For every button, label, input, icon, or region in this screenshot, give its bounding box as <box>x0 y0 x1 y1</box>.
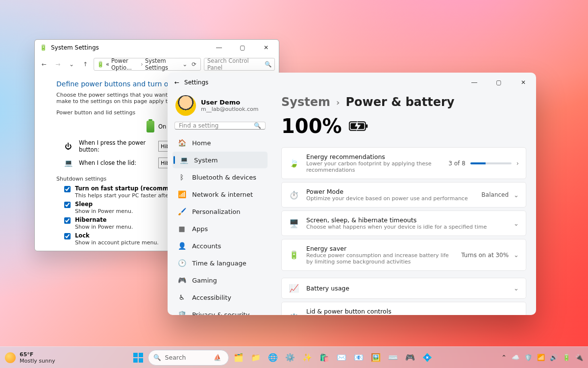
card-desc: Choose what happens when your device is … <box>306 224 507 230</box>
gauge-icon: ⏱️ <box>289 190 299 200</box>
weather-temp: 65°F <box>20 351 55 358</box>
volume-icon[interactable]: 🔊 <box>550 354 558 361</box>
refresh-button[interactable]: ⟳ <box>191 61 197 68</box>
system-tray[interactable]: ⌃ ☁️ 🛡️ 📶 🔊 🔋 🔌 <box>501 354 583 361</box>
settings-icon[interactable]: ⚙️ <box>283 350 297 365</box>
maximize-button[interactable]: ▢ <box>489 76 509 89</box>
address-dropdown-icon[interactable]: ⌄ <box>181 59 189 70</box>
sidebar-item-bluetooth-devices[interactable]: ᛒBluetooth & devices <box>172 169 268 185</box>
sidebar-item-label: Accessibility <box>192 294 231 301</box>
card-title: Energy saver <box>306 245 454 252</box>
card-title: Power Mode <box>306 188 475 195</box>
sidebar-item-accessibility[interactable]: ♿Accessibility <box>172 289 268 306</box>
card-title: Lid & power button controls <box>306 308 507 315</box>
battery-tray-icon[interactable]: 🔋 <box>563 354 570 361</box>
store-icon[interactable]: 🛍️ <box>317 350 332 365</box>
copilot-icon[interactable]: ✨ <box>300 350 315 365</box>
leaf-icon: 🍃 <box>289 158 299 168</box>
address-crumb-2[interactable]: System Settings <box>145 57 177 71</box>
minimize-button[interactable]: ― <box>465 76 484 89</box>
bluetooth-devices-icon: ᛒ <box>177 173 186 182</box>
taskbar-search-placeholder: Search <box>165 354 186 361</box>
chevron-icon: ⌄ <box>514 285 519 292</box>
maximize-button[interactable]: ▢ <box>233 41 252 54</box>
row-icon: 💻 <box>62 157 74 169</box>
nav-up-button[interactable]: ↑ <box>80 59 91 70</box>
settings-card-lid-power-button-controls[interactable]: ⚙️Lid & power button controlsChoose what… <box>281 302 526 315</box>
check-desc: Show in account picture menu. <box>75 239 159 246</box>
checkbox[interactable] <box>64 233 71 239</box>
nav-history-button[interactable]: ⌄ <box>66 59 77 70</box>
app-icon[interactable]: 💠 <box>420 350 435 365</box>
xbox-icon[interactable]: 🎮 <box>403 350 417 365</box>
cp-search-input[interactable]: Search Control Panel 🔍 <box>204 58 275 71</box>
svg-rect-6 <box>139 358 143 363</box>
personalization-icon: 🖌️ <box>177 207 186 216</box>
sidebar-item-network-internet[interactable]: 📶Network & internet <box>172 186 268 203</box>
close-button[interactable]: ✕ <box>514 76 533 89</box>
weather-cond: Mostly sunny <box>20 358 55 364</box>
settings-card-battery-usage[interactable]: 📈Battery usage⌄ <box>281 278 526 299</box>
defender-icon[interactable]: 🛡️ <box>524 354 532 361</box>
start-button[interactable] <box>131 350 146 365</box>
chevron-icon: ⌄ <box>514 220 519 227</box>
mail-icon[interactable]: ✉️ <box>334 350 349 365</box>
terminal-icon[interactable]: ⌨️ <box>386 350 400 365</box>
nav-forward-button[interactable]: → <box>52 59 63 70</box>
sidebar-item-label: Home <box>192 139 211 147</box>
wifi-icon[interactable]: 📶 <box>537 354 545 361</box>
onedrive-icon[interactable]: ☁️ <box>512 354 519 361</box>
chevron-icon: ⌄ <box>514 191 519 199</box>
address-bar[interactable]: 🔋 « Power Optio... › System Settings ⌄ ⟳ <box>94 58 201 71</box>
checkbox[interactable] <box>64 186 71 192</box>
saver-icon: 🔋 <box>289 250 299 260</box>
photos-icon[interactable]: 🖼️ <box>368 350 383 365</box>
checkbox[interactable] <box>64 217 71 224</box>
close-button[interactable]: ✕ <box>256 41 276 54</box>
home-icon: 🏠 <box>177 138 186 147</box>
cp-toolbar: ← → ⌄ ↑ 🔋 « Power Optio... › System Sett… <box>35 55 279 73</box>
cp-titlebar[interactable]: 🔋 System Settings ― ▢ ✕ <box>35 40 279 55</box>
sidebar-item-privacy-security[interactable]: 🛡️Privacy & security <box>172 306 268 315</box>
nav-back-button[interactable]: ← <box>39 59 49 70</box>
sidebar-item-accounts[interactable]: 👤Accounts <box>172 237 268 254</box>
explorer-icon[interactable]: 📁 <box>248 350 263 365</box>
edge-icon[interactable]: 🌐 <box>266 350 280 365</box>
sidebar-item-label: Time & language <box>192 260 246 267</box>
sidebar-item-label: Gaming <box>192 277 217 284</box>
taskbar-center: 🔍 Search ⛵ 🗂️ 📁 🌐 ⚙️ ✨ 🛍️ ✉️ 📧 🖼️ ⌨️ 🎮 💠 <box>131 350 435 366</box>
breadcrumb-sep-icon: › <box>141 61 143 68</box>
settings-card-power-mode[interactable]: ⏱️Power ModeOptimize your device based o… <box>281 182 526 208</box>
power-tray-icon[interactable]: 🔌 <box>575 354 583 361</box>
breadcrumb-root[interactable]: System <box>281 95 330 109</box>
settings-titlebar[interactable]: ← Settings ― ▢ ✕ <box>168 73 536 92</box>
settings-search-input[interactable]: Find a setting 🔍 <box>174 122 266 130</box>
task-view-button[interactable]: 🗂️ <box>231 350 246 365</box>
chevron-icon: ⌄ <box>514 314 519 315</box>
sidebar-item-home[interactable]: 🏠Home <box>172 134 268 151</box>
settings-back-button[interactable]: ← <box>174 79 179 86</box>
card-trail-text: 3 of 8 <box>448 160 465 167</box>
weather-icon <box>5 352 16 363</box>
search-icon: 🔍 <box>265 61 271 68</box>
settings-card-screen-sleep-hibernate-timeouts[interactable]: 🖥️Screen, sleep, & hibernate timeoutsCho… <box>281 210 526 236</box>
minimize-button[interactable]: ― <box>209 41 229 54</box>
sidebar-item-time-language[interactable]: 🕑Time & language <box>172 255 268 271</box>
svg-rect-5 <box>133 358 138 363</box>
tray-chevron-icon[interactable]: ⌃ <box>501 354 507 361</box>
system-icon: 💻 <box>179 156 188 164</box>
profile-block[interactable]: User Demo m__lab@outlook.com <box>172 92 268 122</box>
outlook-icon[interactable]: 📧 <box>351 350 366 365</box>
taskbar-search[interactable]: 🔍 Search ⛵ <box>148 350 229 366</box>
sidebar-item-apps[interactable]: ▦Apps <box>172 220 268 237</box>
time-language-icon: 🕑 <box>177 259 186 267</box>
sidebar-item-gaming[interactable]: 🎮Gaming <box>172 272 268 289</box>
weather-widget[interactable]: 65°F Mostly sunny <box>5 351 64 364</box>
cp-app-icon: 🔋 <box>40 44 47 51</box>
sidebar-item-personalization[interactable]: 🖌️Personalization <box>172 203 268 220</box>
checkbox[interactable] <box>64 202 71 208</box>
sidebar-item-system[interactable]: 💻System <box>172 152 268 168</box>
settings-card-energy-recommendations[interactable]: 🍃Energy recommendationsLower your carbon… <box>281 147 526 179</box>
settings-card-energy-saver[interactable]: 🔋Energy saverReduce power consumption an… <box>281 239 526 271</box>
address-crumb-1[interactable]: Power Optio... <box>111 57 139 71</box>
